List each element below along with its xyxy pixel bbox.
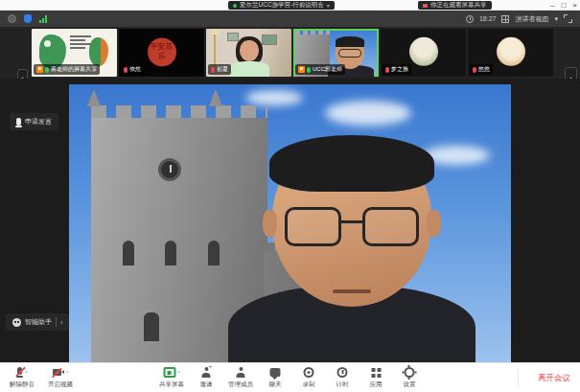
participant-tile[interactable]: 平安喜乐 依然: [119, 29, 204, 77]
cloud-graphic: [245, 90, 303, 105]
window-controls: – □ ×: [550, 0, 577, 11]
mic-muted-icon: [473, 67, 476, 73]
recording-status-dot: [233, 4, 237, 8]
share-screen-icon: [163, 367, 175, 378]
meeting-info-icon[interactable]: [8, 14, 16, 23]
lamp-graphic: [214, 33, 216, 65]
timer-icon: [466, 15, 474, 23]
participant-tile[interactable]: 梦之旅: [381, 29, 466, 77]
participant-filmstrip: ‹ 蒋老师的屏幕共享 平安喜乐 依然: [0, 27, 580, 79]
share-status-pill[interactable]: 你正在观看屏幕共享: [418, 1, 492, 10]
meeting-app-window: 爱尔兰UCC游学营-行前说明会 ▾ 你正在观看屏幕共享 – □ × 18:27 …: [0, 0, 580, 392]
close-button[interactable]: ×: [572, 2, 577, 10]
mic-on-icon: [307, 67, 311, 73]
participant-name-label: 初夏: [208, 64, 231, 75]
active-speaker-video[interactable]: [69, 84, 511, 362]
raise-hand-pill[interactable]: 申请发言: [10, 113, 58, 130]
manage-members-button[interactable]: 管理成员: [228, 365, 253, 389]
members-icon: [236, 367, 246, 378]
picture-frame-graphic: [227, 33, 239, 41]
meeting-title: 爱尔兰UCC游学营-行前说明会: [240, 1, 324, 10]
video-options-caret-icon[interactable]: ^: [66, 370, 69, 376]
participant-tile-screen-share[interactable]: 蒋老师的屏幕共享: [32, 29, 117, 77]
participant-name-label: 蒋老师的屏幕共享: [34, 64, 100, 75]
share-screen-button[interactable]: ^ 共享屏幕: [159, 365, 184, 389]
cloud-graphic: [325, 101, 411, 126]
view-layout-icon[interactable]: [501, 15, 509, 23]
participant-tile-active-speaker[interactable]: UCC郭老师: [293, 29, 379, 77]
avatar: [497, 37, 525, 66]
title-menu-icon[interactable]: ▾: [327, 2, 330, 9]
chat-bubble-icon: [270, 368, 281, 377]
status-bar: 18:27 演讲者视图 ▾: [0, 11, 580, 27]
glasses-graphic: [285, 207, 418, 247]
network-signal-icon[interactable]: [39, 15, 47, 23]
participant-tile[interactable]: 悠悠: [468, 29, 553, 77]
ai-assistant-pill[interactable]: 智能助手 ‹: [6, 313, 69, 331]
record-icon: [304, 367, 314, 378]
apps-grid-icon: [371, 368, 381, 378]
maximize-button[interactable]: □: [561, 2, 566, 10]
mic-muted-icon: [16, 367, 23, 378]
mic-icon: [16, 118, 21, 126]
share-options-caret-icon[interactable]: ^: [177, 370, 180, 376]
minimize-button[interactable]: –: [550, 2, 554, 10]
fullscreen-icon[interactable]: [564, 14, 572, 23]
participant-name-label: 梦之旅: [383, 64, 411, 75]
mic-options-caret-icon[interactable]: ^: [25, 370, 28, 376]
mic-on-icon: [45, 67, 49, 73]
invite-person-icon: [201, 367, 212, 378]
participant-tile[interactable]: 初夏: [206, 29, 291, 77]
slide-text-lines: [70, 35, 91, 51]
sharing-badge-icon: [298, 66, 305, 73]
unmute-button[interactable]: ^ 解除静音: [10, 365, 35, 389]
tower-clock-graphic: [158, 158, 181, 181]
settings-button[interactable]: 设置: [398, 365, 421, 389]
timer-button[interactable]: 计时: [331, 365, 354, 389]
start-video-button[interactable]: ^ 开启视频: [48, 365, 73, 389]
chat-button[interactable]: 聊天: [264, 365, 287, 389]
security-shield-icon[interactable]: [24, 14, 32, 23]
avatar: [409, 37, 438, 66]
apps-button[interactable]: 应用: [364, 365, 387, 389]
ireland-flag-map-graphic: [89, 37, 108, 66]
seal-avatar: 平安喜乐: [148, 37, 176, 66]
speaker-face: [272, 140, 431, 307]
camera-off-icon: [53, 368, 64, 377]
toolbar-divider: [518, 370, 519, 386]
gear-icon: [405, 367, 415, 378]
picture-frame-graphic: [262, 35, 277, 45]
participant-name-label: UCC郭老师: [295, 64, 345, 75]
share-indicator-icon: [423, 4, 428, 8]
assistant-robot-icon: [12, 318, 21, 327]
meeting-timer: 18:27: [479, 15, 497, 22]
participant-name-label: 依然: [121, 64, 144, 75]
main-stage: 申请发言 智能助手 ‹: [0, 79, 580, 362]
view-mode-caret-icon[interactable]: ▾: [554, 15, 558, 23]
assistant-collapse-icon[interactable]: ‹: [60, 319, 62, 326]
view-mode-label[interactable]: 演讲者视图: [515, 14, 548, 24]
sharing-badge-icon: [36, 66, 43, 73]
bottom-toolbar: ^ 解除静音 ^ 开启视频 ^ 共享屏幕: [0, 362, 580, 392]
record-button[interactable]: 录制: [297, 365, 320, 389]
meeting-title-pill[interactable]: 爱尔兰UCC游学营-行前说明会 ▾: [228, 1, 335, 10]
invite-button[interactable]: 邀请: [195, 365, 218, 389]
share-status-text: 你正在观看屏幕共享: [430, 1, 487, 10]
title-bar: 爱尔兰UCC游学营-行前说明会 ▾ 你正在观看屏幕共享 – □ ×: [0, 0, 580, 11]
mic-muted-icon: [385, 67, 389, 73]
mic-muted-icon: [124, 67, 128, 73]
mic-muted-icon: [211, 67, 215, 73]
clock-icon: [337, 367, 348, 378]
participant-name-label: 悠悠: [470, 64, 493, 75]
leave-meeting-button[interactable]: 离开会议: [538, 363, 570, 392]
